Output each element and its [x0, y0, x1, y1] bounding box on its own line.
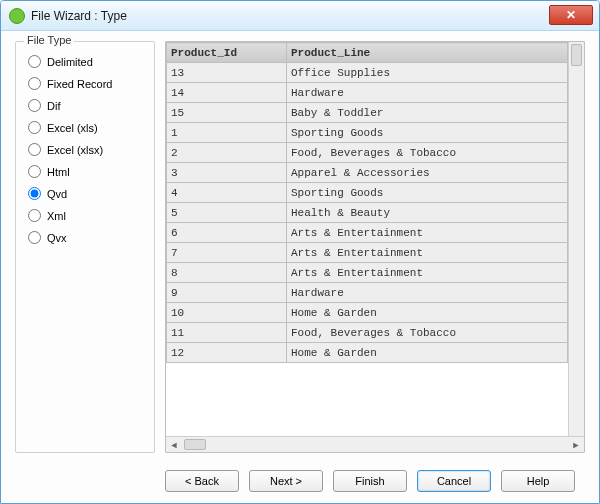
- table-cell: Hardware: [287, 283, 568, 303]
- table-row[interactable]: 2Food, Beverages & Tobacco: [167, 143, 568, 163]
- table-row[interactable]: 5Health & Beauty: [167, 203, 568, 223]
- window-title: File Wizard : Type: [31, 9, 127, 23]
- table-row[interactable]: 14Hardware: [167, 83, 568, 103]
- file-type-radio-input-qvx[interactable]: [28, 231, 41, 244]
- cancel-button[interactable]: Cancel: [417, 470, 491, 492]
- vertical-scrollbar[interactable]: [568, 42, 584, 436]
- table-cell: Apparel & Accessories: [287, 163, 568, 183]
- table-cell: 13: [167, 63, 287, 83]
- table-row[interactable]: 15Baby & Toddler: [167, 103, 568, 123]
- hscroll-right-arrow-icon[interactable]: ►: [568, 437, 584, 452]
- table-cell: 9: [167, 283, 287, 303]
- table-cell: Sporting Goods: [287, 183, 568, 203]
- file-type-radio-input-xlsx[interactable]: [28, 143, 41, 156]
- table-row[interactable]: 12Home & Garden: [167, 343, 568, 363]
- table-cell: Arts & Entertainment: [287, 223, 568, 243]
- table-cell: Hardware: [287, 83, 568, 103]
- table-cell: Home & Garden: [287, 343, 568, 363]
- file-type-group: File Type DelimitedFixed RecordDifExcel …: [15, 41, 155, 453]
- help-button[interactable]: Help: [501, 470, 575, 492]
- file-type-radio-input-fixed[interactable]: [28, 77, 41, 90]
- file-type-radio-input-qvd[interactable]: [28, 187, 41, 200]
- table-row[interactable]: 11Food, Beverages & Tobacco: [167, 323, 568, 343]
- table-cell: 5: [167, 203, 287, 223]
- table-cell: 15: [167, 103, 287, 123]
- table-cell: 10: [167, 303, 287, 323]
- table-row[interactable]: 13Office Supplies: [167, 63, 568, 83]
- table-cell: Home & Garden: [287, 303, 568, 323]
- table-row[interactable]: 8Arts & Entertainment: [167, 263, 568, 283]
- file-type-radio-label: Dif: [47, 100, 60, 112]
- content-area: File Type DelimitedFixed RecordDifExcel …: [1, 31, 599, 459]
- file-type-radio-label: Excel (xls): [47, 122, 98, 134]
- column-header[interactable]: Product_Id: [167, 43, 287, 63]
- file-type-radio-input-dif[interactable]: [28, 99, 41, 112]
- file-type-radio-xlsx[interactable]: Excel (xlsx): [28, 143, 146, 156]
- file-wizard-window: File Wizard : Type ✕ File Type Delimited…: [0, 0, 600, 504]
- horizontal-scroll-thumb[interactable]: [184, 439, 206, 450]
- file-type-group-label: File Type: [24, 34, 74, 46]
- file-type-radio-label: Xml: [47, 210, 66, 222]
- titlebar: File Wizard : Type ✕: [1, 1, 599, 31]
- table-row[interactable]: 1Sporting Goods: [167, 123, 568, 143]
- finish-button[interactable]: Finish: [333, 470, 407, 492]
- preview-table: Product_IdProduct_Line 13Office Supplies…: [166, 42, 568, 363]
- file-type-radio-label: Fixed Record: [47, 78, 112, 90]
- file-type-radio-input-delimited[interactable]: [28, 55, 41, 68]
- file-type-radio-input-xls[interactable]: [28, 121, 41, 134]
- horizontal-scrollbar[interactable]: ◄ ►: [166, 436, 584, 452]
- close-button[interactable]: ✕: [549, 5, 593, 25]
- table-cell: 1: [167, 123, 287, 143]
- table-row[interactable]: 6Arts & Entertainment: [167, 223, 568, 243]
- file-type-radio-html[interactable]: Html: [28, 165, 146, 178]
- table-cell: Office Supplies: [287, 63, 568, 83]
- app-icon: [9, 8, 25, 24]
- table-row[interactable]: 3Apparel & Accessories: [167, 163, 568, 183]
- file-type-radio-label: Qvx: [47, 232, 67, 244]
- button-bar: < Back Next > Finish Cancel Help: [1, 459, 599, 503]
- table-row[interactable]: 4Sporting Goods: [167, 183, 568, 203]
- table-cell: 6: [167, 223, 287, 243]
- table-cell: Baby & Toddler: [287, 103, 568, 123]
- file-type-radio-xml[interactable]: Xml: [28, 209, 146, 222]
- file-type-radio-label: Delimited: [47, 56, 93, 68]
- table-cell: 8: [167, 263, 287, 283]
- table-cell: 2: [167, 143, 287, 163]
- next-button[interactable]: Next >: [249, 470, 323, 492]
- table-cell: 3: [167, 163, 287, 183]
- table-cell: 12: [167, 343, 287, 363]
- table-cell: 7: [167, 243, 287, 263]
- table-cell: Sporting Goods: [287, 123, 568, 143]
- table-cell: Health & Beauty: [287, 203, 568, 223]
- file-type-radio-dif[interactable]: Dif: [28, 99, 146, 112]
- table-cell: Food, Beverages & Tobacco: [287, 143, 568, 163]
- table-row[interactable]: 10Home & Garden: [167, 303, 568, 323]
- file-type-radio-input-html[interactable]: [28, 165, 41, 178]
- preview-table-container: Product_IdProduct_Line 13Office Supplies…: [165, 41, 585, 453]
- column-header[interactable]: Product_Line: [287, 43, 568, 63]
- preview-table-scroll[interactable]: Product_IdProduct_Line 13Office Supplies…: [166, 42, 568, 436]
- table-cell: Arts & Entertainment: [287, 243, 568, 263]
- file-type-radio-label: Qvd: [47, 188, 67, 200]
- file-type-radio-label: Html: [47, 166, 70, 178]
- table-cell: Food, Beverages & Tobacco: [287, 323, 568, 343]
- table-row[interactable]: 9Hardware: [167, 283, 568, 303]
- file-type-radio-qvd[interactable]: Qvd: [28, 187, 146, 200]
- table-cell: 4: [167, 183, 287, 203]
- file-type-radio-xls[interactable]: Excel (xls): [28, 121, 146, 134]
- table-cell: 11: [167, 323, 287, 343]
- file-type-radio-qvx[interactable]: Qvx: [28, 231, 146, 244]
- file-type-radio-delimited[interactable]: Delimited: [28, 55, 146, 68]
- preview-area: Product_IdProduct_Line 13Office Supplies…: [165, 41, 585, 453]
- table-cell: 14: [167, 83, 287, 103]
- file-type-radio-label: Excel (xlsx): [47, 144, 103, 156]
- back-button[interactable]: < Back: [165, 470, 239, 492]
- hscroll-left-arrow-icon[interactable]: ◄: [166, 437, 182, 452]
- file-type-radio-input-xml[interactable]: [28, 209, 41, 222]
- close-icon: ✕: [566, 8, 576, 22]
- table-row[interactable]: 7Arts & Entertainment: [167, 243, 568, 263]
- file-type-radio-fixed[interactable]: Fixed Record: [28, 77, 146, 90]
- vertical-scroll-thumb[interactable]: [571, 44, 582, 66]
- table-cell: Arts & Entertainment: [287, 263, 568, 283]
